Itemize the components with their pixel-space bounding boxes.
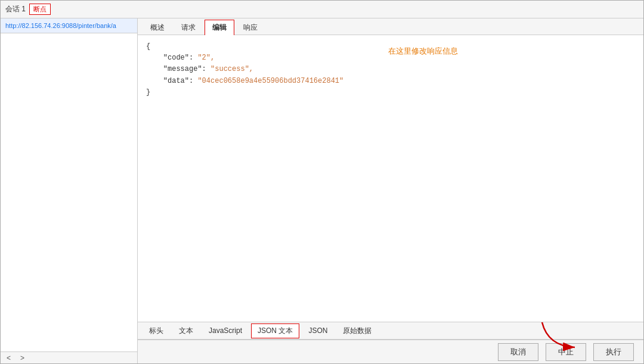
cancel-button[interactable]: 取消 bbox=[498, 343, 538, 361]
tab-edit[interactable]: 编辑 bbox=[205, 20, 234, 35]
code-line-3: "message": "success", bbox=[146, 64, 635, 75]
title-bar: 会话 1 断点 bbox=[1, 1, 643, 18]
sidebar-url[interactable]: http://82.156.74.26:9088/pinter/bank/a bbox=[1, 18, 137, 33]
top-tabs: 概述 请求 编辑 响应 bbox=[138, 18, 643, 35]
bottom-tab-text[interactable]: 文本 bbox=[172, 323, 200, 338]
sidebar: http://82.156.74.26:9088/pinter/bank/a <… bbox=[1, 18, 138, 363]
stop-button[interactable]: 中止 bbox=[546, 343, 586, 361]
bottom-tab-json-text[interactable]: JSON 文本 bbox=[251, 323, 299, 338]
right-panel: 概述 请求 编辑 响应 在这里修改响应信息 { "code": "2", "me… bbox=[138, 18, 643, 363]
bottom-tab-json[interactable]: JSON bbox=[302, 324, 334, 337]
bottom-tab-headers[interactable]: 标头 bbox=[143, 323, 170, 338]
tab-response[interactable]: 响应 bbox=[236, 20, 265, 35]
code-area[interactable]: 在这里修改响应信息 { "code": "2", "message": "suc… bbox=[138, 35, 643, 322]
tab-overview[interactable]: 概述 bbox=[143, 20, 172, 35]
code-line-5: } bbox=[146, 87, 635, 98]
execute-button[interactable]: 执行 bbox=[593, 343, 634, 361]
sidebar-content bbox=[1, 33, 137, 351]
action-row: 取消 中止 执行 bbox=[138, 340, 643, 363]
session-label: 会话 1 bbox=[5, 4, 26, 14]
bottom-tabs: 标头 文本 JavaScript JSON 文本 JSON 原始数据 bbox=[138, 322, 643, 340]
bottom-tab-javascript[interactable]: JavaScript bbox=[202, 324, 249, 337]
sidebar-bottom: < > bbox=[1, 351, 137, 363]
sidebar-nav-right[interactable]: > bbox=[18, 354, 27, 362]
main-area: http://82.156.74.26:9088/pinter/bank/a <… bbox=[1, 18, 643, 363]
code-annotation: 在这里修改响应信息 bbox=[388, 46, 458, 57]
tab-request[interactable]: 请求 bbox=[174, 20, 203, 35]
main-window: 会话 1 断点 http://82.156.74.26:9088/pinter/… bbox=[0, 0, 644, 364]
breakpoint-button[interactable]: 断点 bbox=[29, 4, 51, 15]
code-line-4: "data": "04cec0658e9a4e55906bdd37416e284… bbox=[146, 76, 635, 87]
sidebar-nav-left[interactable]: < bbox=[4, 354, 13, 362]
bottom-tab-raw[interactable]: 原始数据 bbox=[336, 323, 378, 338]
